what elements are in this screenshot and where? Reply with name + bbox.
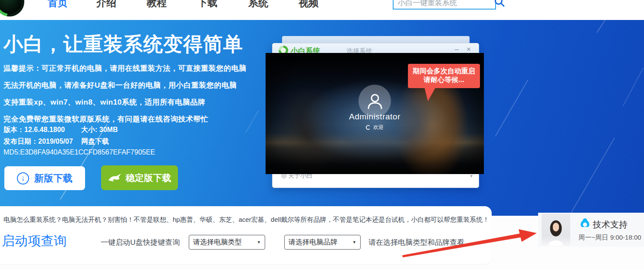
computer-brand-select[interactable]: 请选择电脑品牌 ▼ [284,235,361,250]
thunder-bird-icon [108,173,122,183]
size-label: 大小: 30MB [81,125,118,135]
qq-penguin-icon [580,218,590,228]
chevron-down-icon: ▼ [352,240,356,244]
reboot-tooltip: 期间会多次自动重启 请耐心等候... [408,64,480,88]
boot-query-subtitle: 一键启动U盘快捷键查询 [101,237,180,247]
nav-item-download[interactable]: 下载 [197,0,217,10]
welcome-status: 欢迎 [266,124,484,131]
top-nav: 首页 介绍 教程 下载 系统 视频 [0,0,644,20]
content-panel: 电脑怎么重装系统？电脑无法开机？别害怕！不管是联想、hp惠普、华硕、东芝、ace… [0,206,492,264]
select-hint-text: 请在选择电脑类型和品牌查看 [368,237,464,247]
md5-label: MD5:E3D8FA940A35E1CCFD8567EFAF7905EE [3,148,155,156]
search-box [393,0,496,10]
hero-title: 小白，让重装系统变得简单 [3,31,243,57]
brands-text: 电脑怎么重装系统？电脑无法开机？别害怕！不管是联想、hp惠普、华硕、东芝、ace… [3,216,489,224]
site-logo-icon[interactable] [0,0,24,16]
streak-line [623,67,644,106]
search-input[interactable] [394,0,494,9]
support-hours: 周一~周日 9:00-18:00 [578,234,641,242]
nav-item-video[interactable]: 视频 [299,0,319,10]
new-version-download-label: 新版下载 [34,172,72,185]
boot-query-title: 启动项查询 [2,232,67,250]
tech-support-card[interactable]: 技术支持 周一~周日 9:00-18:00 [538,213,644,247]
welcome-spinner-icon [366,125,371,130]
computer-type-select[interactable]: 请选择电脑类型 ▼ [189,235,265,250]
stable-version-download-button[interactable]: 稳定版下载 [101,165,178,190]
streak-line [495,80,529,137]
streak-line [245,110,259,133]
search-icon[interactable] [494,0,505,7]
minimize-icon[interactable]: – [455,45,459,54]
nav-item-intro[interactable]: 介绍 [96,0,116,10]
tooltip-tail [424,87,436,101]
release-date-label: 发布日期：2019/05/07 [3,137,73,146]
download-arrow-icon: ↓ [17,172,29,184]
close-icon[interactable]: × [467,45,471,54]
streak-line [571,138,615,213]
landing-page: 小白，让重装系统变得简单 温馨提示：可正常开机的电脑，请用在线重装方法，可直接重… [0,0,644,270]
nav-item-home[interactable]: 首页 [48,0,68,10]
chevron-down-icon: ▼ [257,240,261,244]
hero-tip: 完全免费帮您重装微软原版系统，有问题请在线咨询技术帮忙 [3,114,246,124]
new-version-download-button[interactable]: ↓ 新版下载 [4,166,85,190]
person-icon [365,92,384,111]
stable-version-download-label: 稳定版下载 [126,172,171,184]
hero-tip: 支持重装xp、win7、win8、win10系统，适用所有电脑品牌 [3,97,246,107]
nav-item-tutorial[interactable]: 教程 [147,0,167,10]
support-title: 技术支持 [593,219,628,230]
version-label: 版本：12.6.48.1800 [3,125,65,135]
netdisk-download-link[interactable]: 网盘下载 [81,137,109,146]
hero-tip: 无法开机的电脑，请准备好U盘和一台好的电脑，用小白重装您的电脑 [3,80,246,90]
hero-tips: 温馨提示：可正常开机的电脑，请用在线重装方法，可直接重装您的电脑 无法开机的电脑… [3,63,246,131]
login-username: Administrator [266,112,484,122]
nav-item-system[interactable]: 系统 [248,0,268,10]
support-agent-photo [542,214,570,246]
hero-tip: 温馨提示：可正常开机的电脑，请用在线重装方法，可直接重装您的电脑 [3,63,246,73]
